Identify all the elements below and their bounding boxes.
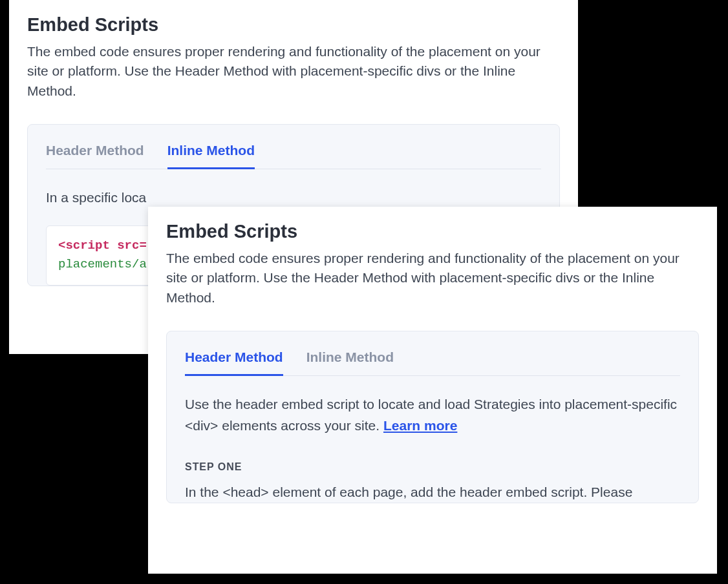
method-panel: Header Method Inline Method Use the head… — [166, 331, 699, 503]
tab-bar: Header Method Inline Method — [185, 349, 680, 376]
step-label: STEP ONE — [185, 459, 680, 475]
panel-intro-text: In a specific loca — [46, 190, 146, 205]
step-text: In the <head> element of each page, add … — [185, 482, 680, 503]
code-line2: placements/a — [58, 257, 147, 271]
tab-inline-method[interactable]: Inline Method — [167, 143, 255, 169]
card-description: The embed code ensures proper rendering … — [27, 42, 560, 101]
card-description: The embed code ensures proper rendering … — [166, 249, 699, 308]
card-title: Embed Scripts — [166, 221, 699, 242]
code-line1: <script src= — [58, 238, 147, 253]
tab-inline-method[interactable]: Inline Method — [306, 349, 394, 376]
learn-more-link[interactable]: Learn more — [383, 418, 457, 433]
panel-body: Use the header embed script to locate an… — [185, 394, 680, 502]
tab-header-method[interactable]: Header Method — [46, 143, 144, 169]
embed-card-header: Embed Scripts The embed code ensures pro… — [148, 207, 717, 574]
tab-bar: Header Method Inline Method — [46, 143, 541, 169]
tab-header-method[interactable]: Header Method — [185, 349, 283, 376]
card-title: Embed Scripts — [27, 14, 560, 36]
